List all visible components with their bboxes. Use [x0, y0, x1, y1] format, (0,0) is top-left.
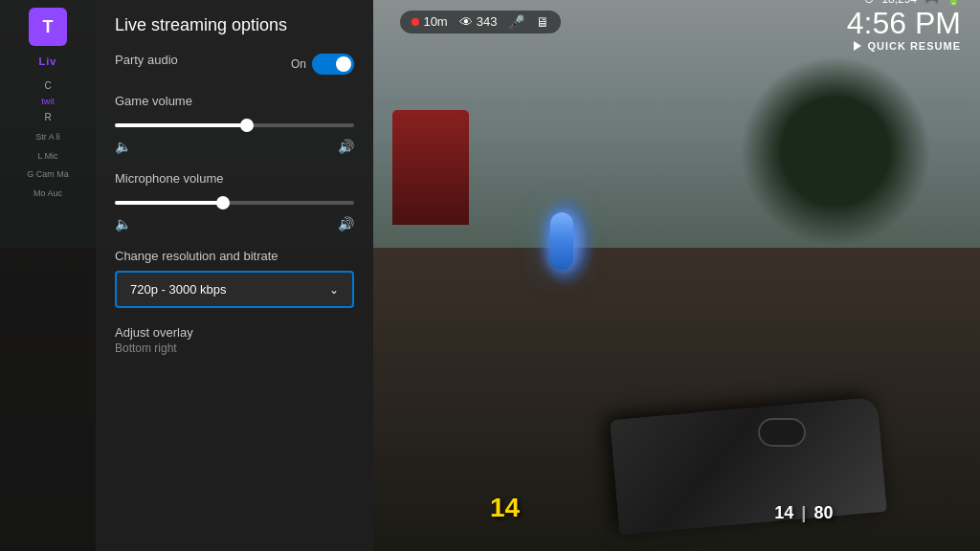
resolution-dropdown[interactable]: 720p - 3000 kbps ⌄ — [115, 271, 354, 308]
game-volume-slider-wrapper — [115, 116, 354, 135]
resolution-label: Change resolution and bitrate — [115, 249, 354, 263]
mic-volume-track[interactable] — [115, 201, 354, 205]
sidebar-item-r[interactable]: R — [8, 108, 89, 126]
chevron-down-icon: ⌄ — [329, 283, 339, 297]
game-volume-fill — [115, 123, 247, 127]
party-audio-row: Party audio On — [115, 53, 354, 75]
sidebar-stream-l[interactable]: L Mic — [8, 147, 89, 166]
party-audio-toggle-container: On — [291, 54, 354, 75]
panel-title: Live streaming options — [115, 15, 354, 35]
resolution-section: Change resolution and bitrate 720p - 300… — [115, 249, 354, 308]
mic-volume-slider-wrapper — [115, 193, 354, 212]
options-panel: Live streaming options Party audio On Ga… — [96, 0, 373, 551]
mic-volume-section: Microphone volume 🔈 🔊 — [115, 171, 354, 231]
game-volume-track[interactable] — [115, 123, 354, 127]
game-creature — [539, 193, 596, 289]
mic-volume-max-icon: 🔊 — [338, 216, 354, 231]
resolution-selected-value: 720p - 3000 kbps — [130, 282, 226, 297]
party-audio-toggle[interactable] — [312, 54, 354, 75]
mic-volume-min-icon: 🔈 — [115, 216, 131, 231]
trees-bg — [740, 55, 931, 247]
game-structure — [392, 110, 469, 225]
game-volume-thumb[interactable] — [240, 119, 254, 132]
mic-volume-label: Microphone volume — [115, 171, 354, 186]
sidebar-item-c[interactable]: C — [8, 77, 89, 95]
toggle-on-label: On — [291, 57, 306, 71]
sidebar: T Liv C twit R Str A li L Mic G Cam Ma M… — [0, 0, 96, 551]
hud-ammo: 14 | 80 — [774, 503, 833, 523]
overlay-title[interactable]: Adjust overlay — [115, 325, 354, 340]
game-volume-section: Game volume 🔈 🔊 — [115, 94, 354, 154]
mic-volume-fill — [115, 201, 223, 205]
twitch-logo[interactable]: T — [29, 8, 67, 46]
game-volume-min-icon: 🔈 — [115, 139, 131, 154]
sidebar-stream-info[interactable]: Str A li — [8, 128, 89, 147]
overlay-subtitle: Bottom right — [115, 342, 354, 355]
hud-score: 14 — [490, 493, 520, 523]
mic-volume-icons: 🔈 🔊 — [115, 216, 354, 231]
weapon — [595, 332, 882, 523]
mic-volume-thumb[interactable] — [216, 196, 230, 209]
party-audio-label: Party audio — [115, 53, 178, 67]
game-volume-label: Game volume — [115, 94, 354, 108]
sidebar-stream-g[interactable]: G Cam Ma — [8, 165, 89, 185]
sidebar-stream-mo[interactable]: Mo Auc — [8, 185, 89, 204]
overlay-section: Adjust overlay Bottom right — [115, 325, 354, 355]
game-volume-icons: 🔈 🔊 — [115, 139, 354, 154]
live-badge: Liv — [39, 55, 57, 67]
game-volume-max-icon: 🔊 — [338, 139, 354, 154]
sidebar-twitch-url: twit — [8, 97, 89, 106]
